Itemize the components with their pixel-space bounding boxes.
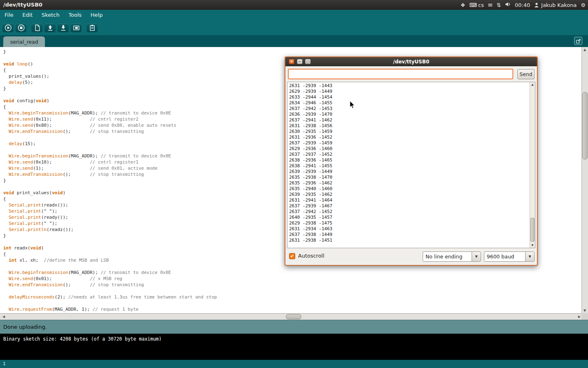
menubar-items: FileEditSketchToolsHelp bbox=[0, 10, 588, 20]
volume-icon[interactable] bbox=[505, 2, 511, 8]
baud-rate-select[interactable]: 9600 baud ▼ bbox=[484, 251, 535, 262]
code-line: Wire.endTransmission(); // stop transmit… bbox=[3, 282, 581, 288]
serial-line: 2637 -2939 -1467 bbox=[289, 203, 332, 209]
close-icon[interactable]: ✕ bbox=[289, 59, 294, 64]
maximize-icon[interactable]: ▢ bbox=[305, 59, 311, 64]
serial-monitor-button[interactable] bbox=[87, 24, 98, 32]
serial-line: 2637 -2942 -1452 bbox=[289, 209, 332, 215]
stop-button[interactable] bbox=[16, 24, 27, 32]
scroll-right-icon[interactable]: ▶ bbox=[578, 315, 581, 319]
keyboard-icon: ⌨ bbox=[469, 2, 477, 8]
menu-sketch[interactable]: Sketch bbox=[37, 10, 64, 20]
menu-tools[interactable]: Tools bbox=[64, 10, 86, 20]
new-sketch-button[interactable] bbox=[31, 24, 42, 32]
code-line bbox=[3, 288, 581, 294]
serial-line: 2631 -2939 -1443 bbox=[289, 83, 332, 89]
network-icon[interactable]: ⇅ bbox=[497, 2, 501, 8]
serial-output-lines: 2631 -2939 -14432629 -2939 -14492633 -29… bbox=[289, 83, 332, 243]
serial-line: 2634 -2946 -1455 bbox=[289, 100, 332, 106]
editor-vertical-scrollbar[interactable]: ▲ ▼ bbox=[581, 47, 588, 313]
serial-line: 2629 -2936 -1460 bbox=[289, 146, 332, 152]
window-controls: ✕ ─ ▢ bbox=[289, 59, 311, 64]
vertical-scrollbar-thumb[interactable] bbox=[582, 92, 588, 159]
code-line: Wire.requestFrom(MAG_ADDR, 1); // reques… bbox=[3, 306, 581, 312]
serial-line: 2637 -2938 -1449 bbox=[289, 232, 332, 238]
line-ending-value: No line ending bbox=[423, 252, 472, 261]
scroll-down-icon[interactable]: ▼ bbox=[582, 309, 588, 312]
serial-input-field[interactable] bbox=[288, 69, 513, 79]
panel-window-title: /dev/ttyUSB0 bbox=[3, 0, 42, 10]
serial-line: 2631 -2936 -1452 bbox=[289, 135, 332, 140]
chevron-down-icon[interactable]: ▼ bbox=[525, 252, 534, 261]
mouse-cursor bbox=[350, 101, 356, 111]
tab-label: serial_read bbox=[10, 39, 38, 45]
scroll-up-icon[interactable]: ▲ bbox=[582, 48, 588, 52]
desktop: /dev/ttyUSB0 ❖ ⌨ cs ✉ ⇅ 00:40 Jakub Kako… bbox=[0, 0, 588, 368]
menu-edit[interactable]: Edit bbox=[18, 10, 37, 20]
serial-line: 2640 -2935 -1457 bbox=[289, 215, 332, 220]
editor-horizontal-scrollbar[interactable]: ◀ ▶ bbox=[0, 313, 581, 320]
menu-file[interactable]: File bbox=[0, 10, 18, 20]
code-line: Wire.beginTransmission(MAG_ADDR); // tra… bbox=[3, 269, 581, 276]
stop-square-icon bbox=[17, 24, 25, 32]
serial-monitor-window: ✕ ─ ▢ /dev/ttyUSB0 Send 2631 -2939 -1443… bbox=[285, 56, 538, 266]
horizontal-scrollbar-thumb[interactable] bbox=[286, 314, 301, 319]
session-gear-icon[interactable]: ⚙ bbox=[581, 2, 586, 8]
serial-line: 2631 -2938 -1456 bbox=[289, 123, 332, 129]
minimize-icon[interactable]: ─ bbox=[297, 59, 303, 64]
serial-line: 2637 -2941 -1462 bbox=[289, 117, 332, 123]
serial-scrollbar-thumb[interactable] bbox=[530, 218, 535, 242]
chevron-down-icon[interactable]: ▼ bbox=[472, 252, 481, 261]
serial-output-area[interactable]: 2631 -2939 -14432629 -2939 -14492633 -29… bbox=[287, 82, 535, 248]
serial-line: 2638 -2936 -1465 bbox=[289, 157, 332, 163]
serial-line: 2629 -2938 -1475 bbox=[289, 220, 332, 226]
serial-line: 2635 -2936 -1462 bbox=[289, 180, 332, 186]
save-sketch-button[interactable] bbox=[58, 24, 69, 32]
serial-monitor-titlebar[interactable]: ✕ ─ ▢ /dev/ttyUSB0 bbox=[285, 57, 537, 66]
serial-monitor-icon bbox=[88, 24, 96, 32]
send-button[interactable]: Send bbox=[517, 69, 535, 79]
upload-box-arrow-icon bbox=[72, 24, 80, 32]
system-tray: ❖ ⌨ cs ✉ ⇅ 00:40 Jakub Kakona ⚙ bbox=[461, 0, 586, 10]
serial-line: 2637 -2939 -1459 bbox=[289, 140, 332, 146]
scroll-down-icon[interactable]: ▼ bbox=[530, 244, 535, 247]
console-text: Binary sketch size: 4208 bytes (of a 307… bbox=[3, 336, 162, 342]
serial-line: 2639 -2939 -1449 bbox=[289, 169, 332, 175]
scrollbar-corner bbox=[581, 313, 588, 320]
tab-serial-read[interactable]: serial_read bbox=[3, 36, 45, 47]
verify-play-icon bbox=[4, 24, 12, 32]
autoscroll-checkbox[interactable]: ✔ bbox=[289, 253, 295, 259]
serial-line: 2639 -2935 -1462 bbox=[289, 192, 332, 197]
user-menu[interactable]: Jakub Kakona bbox=[534, 2, 577, 8]
upload-button[interactable] bbox=[71, 24, 82, 32]
code-line: } bbox=[3, 49, 581, 55]
serial-line: 2638 -2941 -1455 bbox=[289, 163, 332, 169]
autoscroll-label: Autoscroll bbox=[298, 253, 324, 259]
keyboard-layout-indicator[interactable]: ⌨ cs bbox=[469, 2, 484, 8]
status-message: Done uploading. bbox=[3, 324, 47, 330]
tab-menu-icon bbox=[576, 38, 581, 44]
serial-output-scrollbar[interactable]: ▲ ▼ bbox=[530, 82, 535, 248]
scroll-up-icon[interactable]: ▲ bbox=[530, 83, 535, 86]
serial-line: 2631 -2938 -1451 bbox=[289, 238, 332, 243]
user-name: Jakub Kakona bbox=[541, 2, 577, 8]
mail-icon[interactable]: ✉ bbox=[488, 2, 492, 8]
open-sketch-button[interactable] bbox=[45, 24, 56, 32]
arrow-up-icon bbox=[46, 24, 54, 32]
tab-strip: serial_read bbox=[0, 35, 588, 47]
serial-line: 2631 -2941 -1464 bbox=[289, 197, 332, 203]
tab-menu-button[interactable] bbox=[574, 37, 582, 45]
clock[interactable]: 00:40 bbox=[515, 2, 530, 8]
line-ending-select[interactable]: No line ending ▼ bbox=[423, 251, 481, 262]
verify-button[interactable] bbox=[2, 24, 13, 32]
serial-line: 2635 -2940 -1460 bbox=[289, 186, 332, 192]
top-panel: /dev/ttyUSB0 ❖ ⌨ cs ✉ ⇅ 00:40 Jakub Kako… bbox=[0, 0, 588, 10]
serial-line: 2633 -2944 -1454 bbox=[289, 94, 332, 100]
serial-line: 2636 -2939 -1470 bbox=[289, 112, 332, 117]
toolbar bbox=[0, 20, 588, 35]
send-button-label: Send bbox=[519, 71, 532, 77]
indicator-misc-icon[interactable]: ❖ bbox=[461, 2, 466, 8]
scroll-left-icon[interactable]: ◀ bbox=[1, 315, 7, 319]
code-line: delayMicroseconds(2); //needs at least 1… bbox=[3, 294, 581, 300]
menu-help[interactable]: Help bbox=[86, 10, 107, 20]
